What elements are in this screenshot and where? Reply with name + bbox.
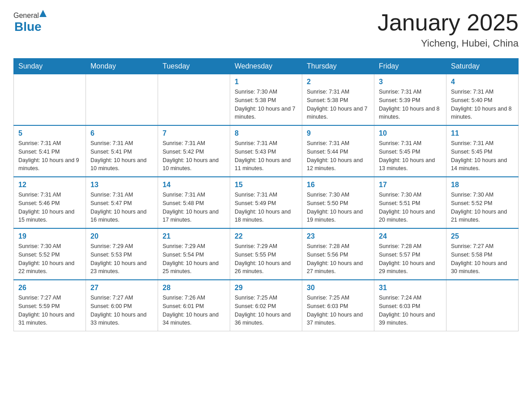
calendar-cell: 3Sunrise: 7:31 AMSunset: 5:39 PMDaylight… bbox=[374, 74, 446, 126]
calendar-cell: 23Sunrise: 7:28 AMSunset: 5:56 PMDayligh… bbox=[302, 228, 374, 280]
day-info: Sunrise: 7:31 AMSunset: 5:46 PMDaylight:… bbox=[18, 191, 81, 224]
day-info: Sunrise: 7:30 AMSunset: 5:50 PMDaylight:… bbox=[307, 191, 369, 224]
calendar-cell: 5Sunrise: 7:31 AMSunset: 5:41 PMDaylight… bbox=[14, 125, 86, 177]
calendar-cell: 8Sunrise: 7:31 AMSunset: 5:43 PMDaylight… bbox=[230, 125, 302, 177]
calendar-cell: 26Sunrise: 7:27 AMSunset: 5:59 PMDayligh… bbox=[14, 280, 86, 331]
day-info: Sunrise: 7:31 AMSunset: 5:43 PMDaylight:… bbox=[235, 139, 297, 173]
calendar-cell: 30Sunrise: 7:25 AMSunset: 6:03 PMDayligh… bbox=[302, 280, 374, 331]
calendar-cell: 4Sunrise: 7:31 AMSunset: 5:40 PMDaylight… bbox=[446, 74, 519, 126]
day-info: Sunrise: 7:31 AMSunset: 5:48 PMDaylight:… bbox=[163, 191, 225, 224]
day-number: 13 bbox=[90, 181, 153, 189]
calendar-cell: 16Sunrise: 7:30 AMSunset: 5:50 PMDayligh… bbox=[302, 177, 374, 228]
day-info: Sunrise: 7:29 AMSunset: 5:55 PMDaylight:… bbox=[235, 242, 297, 276]
day-number: 9 bbox=[307, 129, 369, 137]
day-info: Sunrise: 7:30 AMSunset: 5:52 PMDaylight:… bbox=[451, 191, 514, 224]
calendar-day-header: Sunday bbox=[14, 59, 86, 74]
day-info: Sunrise: 7:29 AMSunset: 5:54 PMDaylight:… bbox=[163, 242, 225, 276]
calendar-cell: 17Sunrise: 7:30 AMSunset: 5:51 PMDayligh… bbox=[374, 177, 446, 228]
calendar-cell: 28Sunrise: 7:26 AMSunset: 6:01 PMDayligh… bbox=[158, 280, 230, 331]
title-section: January 2025 Yicheng, Hubei, China bbox=[378, 9, 519, 49]
calendar-cell: 15Sunrise: 7:31 AMSunset: 5:49 PMDayligh… bbox=[230, 177, 302, 228]
page-header: General Blue January 2025 Yicheng, Hubei… bbox=[13, 9, 519, 49]
day-info: Sunrise: 7:31 AMSunset: 5:42 PMDaylight:… bbox=[163, 139, 225, 173]
day-number: 4 bbox=[451, 78, 514, 86]
calendar-header-row: SundayMondayTuesdayWednesdayThursdayFrid… bbox=[14, 59, 519, 74]
calendar-cell: 13Sunrise: 7:31 AMSunset: 5:47 PMDayligh… bbox=[86, 177, 158, 228]
day-info: Sunrise: 7:31 AMSunset: 5:45 PMDaylight:… bbox=[451, 139, 514, 173]
calendar-cell: 2Sunrise: 7:31 AMSunset: 5:38 PMDaylight… bbox=[302, 74, 374, 126]
day-number: 16 bbox=[307, 181, 369, 189]
day-number: 19 bbox=[18, 232, 81, 240]
day-info: Sunrise: 7:29 AMSunset: 5:53 PMDaylight:… bbox=[90, 242, 153, 276]
day-info: Sunrise: 7:30 AMSunset: 5:51 PMDaylight:… bbox=[379, 191, 442, 224]
day-number: 17 bbox=[379, 181, 442, 189]
day-info: Sunrise: 7:31 AMSunset: 5:45 PMDaylight:… bbox=[379, 139, 442, 173]
day-info: Sunrise: 7:31 AMSunset: 5:47 PMDaylight:… bbox=[90, 191, 153, 224]
day-info: Sunrise: 7:28 AMSunset: 5:57 PMDaylight:… bbox=[379, 242, 442, 276]
calendar-cell bbox=[14, 74, 86, 126]
day-number: 14 bbox=[163, 181, 225, 189]
page-subtitle: Yicheng, Hubei, China bbox=[378, 38, 519, 49]
calendar-table: SundayMondayTuesdayWednesdayThursdayFrid… bbox=[13, 58, 519, 331]
day-info: Sunrise: 7:31 AMSunset: 5:41 PMDaylight:… bbox=[18, 139, 81, 173]
week-row: 12Sunrise: 7:31 AMSunset: 5:46 PMDayligh… bbox=[14, 177, 519, 228]
calendar-cell: 31Sunrise: 7:24 AMSunset: 6:03 PMDayligh… bbox=[374, 280, 446, 331]
calendar-cell: 24Sunrise: 7:28 AMSunset: 5:57 PMDayligh… bbox=[374, 228, 446, 280]
day-number: 15 bbox=[235, 181, 297, 189]
day-number: 23 bbox=[307, 232, 369, 240]
calendar-cell: 12Sunrise: 7:31 AMSunset: 5:46 PMDayligh… bbox=[14, 177, 86, 228]
calendar-cell: 11Sunrise: 7:31 AMSunset: 5:45 PMDayligh… bbox=[446, 125, 519, 177]
day-number: 28 bbox=[163, 284, 225, 292]
calendar-cell bbox=[446, 280, 519, 331]
day-number: 26 bbox=[18, 284, 81, 292]
day-info: Sunrise: 7:31 AMSunset: 5:44 PMDaylight:… bbox=[307, 139, 369, 173]
day-info: Sunrise: 7:31 AMSunset: 5:40 PMDaylight:… bbox=[451, 88, 514, 121]
day-number: 27 bbox=[90, 284, 153, 292]
week-row: 19Sunrise: 7:30 AMSunset: 5:52 PMDayligh… bbox=[14, 228, 519, 280]
week-row: 5Sunrise: 7:31 AMSunset: 5:41 PMDaylight… bbox=[14, 125, 519, 177]
day-number: 29 bbox=[235, 284, 297, 292]
calendar-cell: 10Sunrise: 7:31 AMSunset: 5:45 PMDayligh… bbox=[374, 125, 446, 177]
day-info: Sunrise: 7:27 AMSunset: 6:00 PMDaylight:… bbox=[90, 294, 153, 327]
day-info: Sunrise: 7:26 AMSunset: 6:01 PMDaylight:… bbox=[163, 294, 225, 327]
calendar-cell: 25Sunrise: 7:27 AMSunset: 5:58 PMDayligh… bbox=[446, 228, 519, 280]
day-number: 11 bbox=[451, 129, 514, 137]
day-number: 21 bbox=[163, 232, 225, 240]
calendar-day-header: Thursday bbox=[302, 59, 374, 74]
day-number: 8 bbox=[235, 129, 297, 137]
calendar-cell: 29Sunrise: 7:25 AMSunset: 6:02 PMDayligh… bbox=[230, 280, 302, 331]
calendar-day-header: Friday bbox=[374, 59, 446, 74]
day-number: 1 bbox=[235, 78, 297, 86]
day-number: 12 bbox=[18, 181, 81, 189]
calendar-cell: 19Sunrise: 7:30 AMSunset: 5:52 PMDayligh… bbox=[14, 228, 86, 280]
logo: General Blue bbox=[13, 9, 47, 34]
calendar-day-header: Monday bbox=[86, 59, 158, 74]
calendar-cell: 14Sunrise: 7:31 AMSunset: 5:48 PMDayligh… bbox=[158, 177, 230, 228]
day-number: 30 bbox=[307, 284, 369, 292]
svg-marker-0 bbox=[39, 10, 47, 17]
logo-blue-text: Blue bbox=[14, 20, 42, 34]
day-info: Sunrise: 7:25 AMSunset: 6:02 PMDaylight:… bbox=[235, 294, 297, 327]
logo-general-text: General bbox=[13, 12, 39, 20]
day-info: Sunrise: 7:25 AMSunset: 6:03 PMDaylight:… bbox=[307, 294, 369, 327]
calendar-cell bbox=[158, 74, 230, 126]
calendar-cell: 1Sunrise: 7:30 AMSunset: 5:38 PMDaylight… bbox=[230, 74, 302, 126]
day-info: Sunrise: 7:31 AMSunset: 5:49 PMDaylight:… bbox=[235, 191, 297, 224]
week-row: 26Sunrise: 7:27 AMSunset: 5:59 PMDayligh… bbox=[14, 280, 519, 331]
day-info: Sunrise: 7:30 AMSunset: 5:38 PMDaylight:… bbox=[235, 88, 297, 121]
day-number: 22 bbox=[235, 232, 297, 240]
day-info: Sunrise: 7:31 AMSunset: 5:39 PMDaylight:… bbox=[379, 88, 442, 121]
day-number: 18 bbox=[451, 181, 514, 189]
calendar-cell: 22Sunrise: 7:29 AMSunset: 5:55 PMDayligh… bbox=[230, 228, 302, 280]
day-number: 5 bbox=[18, 129, 81, 137]
calendar-cell: 7Sunrise: 7:31 AMSunset: 5:42 PMDaylight… bbox=[158, 125, 230, 177]
day-info: Sunrise: 7:31 AMSunset: 5:41 PMDaylight:… bbox=[90, 139, 153, 173]
day-number: 3 bbox=[379, 78, 442, 86]
calendar-day-header: Tuesday bbox=[158, 59, 230, 74]
logo-triangle-icon bbox=[39, 9, 47, 18]
calendar-cell: 9Sunrise: 7:31 AMSunset: 5:44 PMDaylight… bbox=[302, 125, 374, 177]
day-number: 10 bbox=[379, 129, 442, 137]
page-title: January 2025 bbox=[378, 9, 519, 36]
day-info: Sunrise: 7:31 AMSunset: 5:38 PMDaylight:… bbox=[307, 88, 369, 121]
day-number: 7 bbox=[163, 129, 225, 137]
